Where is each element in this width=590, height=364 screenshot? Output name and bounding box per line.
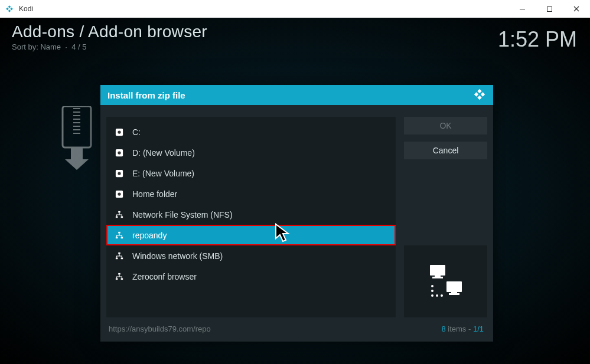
window-controls (508, 0, 590, 18)
svg-point-36 (431, 285, 433, 287)
network-icon (115, 272, 124, 281)
ok-button[interactable]: OK (404, 117, 487, 135)
svg-rect-33 (430, 265, 445, 276)
kodi-logo-icon (473, 88, 486, 103)
minimize-button[interactable] (508, 0, 536, 18)
disk-icon (115, 189, 124, 199)
svg-rect-32 (121, 278, 123, 280)
svg-rect-34 (435, 276, 441, 277)
file-item-label: repoandy (132, 231, 167, 240)
zip-file-icon (59, 106, 94, 171)
network-icon (115, 231, 124, 240)
file-list[interactable]: C: D: (New Volume) E: (New Volume) Home … (106, 117, 396, 317)
install-zip-dialog: Install from zip file C: D: (New Volume)… (100, 85, 493, 342)
file-item[interactable]: E: (New Volume) (106, 163, 396, 183)
kodi-logo-icon (5, 4, 14, 14)
svg-rect-29 (121, 257, 123, 259)
svg-rect-31 (116, 278, 118, 280)
breadcrumb: Add-ons / Add-on browser Sort by: Name ·… (12, 22, 207, 51)
file-item[interactable]: D: (New Volume) (106, 142, 396, 163)
svg-rect-1 (547, 6, 552, 11)
file-item-label: Windows network (SMB) (132, 251, 223, 261)
svg-point-18 (118, 172, 120, 175)
dialog-header: Install from zip file (100, 85, 493, 105)
svg-rect-41 (446, 281, 462, 292)
breadcrumb-sort: Sort by: Name · 4 / 5 (12, 42, 207, 51)
dialog-side-pane: OK Cancel (396, 105, 493, 322)
file-item-label: Home folder (132, 189, 177, 199)
svg-rect-30 (118, 273, 120, 274)
svg-rect-23 (121, 216, 123, 218)
file-item[interactable]: repoandy (106, 225, 396, 245)
dialog-footer: https://ansybuilds79.com/repo 8 items - … (100, 322, 493, 342)
cancel-button[interactable]: Cancel (404, 142, 487, 159)
disk-icon (115, 169, 124, 178)
footer-item-count: 8 items - 1/1 (441, 324, 484, 333)
svg-point-37 (431, 290, 433, 292)
file-item[interactable]: Network File System (NFS) (106, 204, 396, 225)
svg-rect-24 (118, 231, 120, 233)
svg-point-14 (118, 130, 120, 133)
file-item[interactable]: C: (106, 122, 396, 142)
svg-point-38 (431, 294, 433, 297)
network-icon (115, 210, 124, 219)
file-item-label: D: (New Volume) (132, 148, 195, 158)
window-title: Kodi (19, 5, 33, 13)
network-icon (115, 251, 124, 261)
svg-rect-21 (118, 211, 120, 212)
file-item-label: Zeroconf browser (132, 272, 197, 281)
svg-rect-28 (116, 257, 118, 259)
svg-rect-42 (451, 292, 457, 293)
footer-url: https://ansybuilds79.com/repo (109, 324, 211, 333)
clock: 1:52 PM (498, 27, 577, 52)
app-viewport: Add-ons / Add-on browser Sort by: Name ·… (0, 18, 590, 364)
svg-rect-26 (121, 237, 123, 238)
svg-point-40 (441, 294, 443, 297)
network-computers-icon (425, 263, 467, 300)
svg-rect-25 (116, 237, 118, 238)
file-item-label: Network File System (NFS) (132, 210, 233, 219)
file-item[interactable]: Windows network (SMB) (106, 245, 396, 266)
preview-pane (404, 245, 487, 317)
file-item[interactable]: Home folder (106, 183, 396, 204)
file-item[interactable]: Zeroconf browser (106, 266, 396, 287)
file-item-label: E: (New Volume) (132, 169, 194, 178)
maximize-button[interactable] (536, 0, 563, 18)
disk-icon (115, 148, 124, 158)
close-button[interactable] (563, 0, 590, 18)
svg-point-16 (118, 151, 120, 154)
breadcrumb-path: Add-ons / Add-on browser (12, 22, 207, 41)
svg-point-20 (118, 192, 120, 195)
file-item-label: C: (132, 127, 141, 137)
svg-rect-22 (116, 216, 118, 218)
svg-point-39 (436, 294, 438, 297)
disk-icon (115, 127, 124, 137)
svg-rect-35 (432, 277, 443, 278)
svg-rect-27 (118, 252, 120, 254)
window-titlebar: Kodi (0, 0, 590, 18)
svg-rect-43 (449, 293, 459, 295)
dialog-title: Install from zip file (107, 90, 185, 100)
